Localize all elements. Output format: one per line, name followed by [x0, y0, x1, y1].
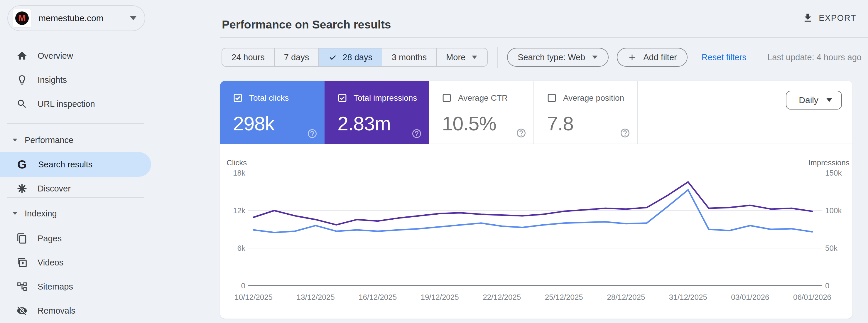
checkbox-unchecked-icon[interactable]: [442, 93, 452, 103]
sidebar-item-overview[interactable]: Overview: [0, 43, 151, 68]
svg-text:0: 0: [825, 281, 829, 290]
page-title: Performance on Search results: [222, 18, 391, 31]
metric-label: Total impressions: [353, 93, 417, 103]
svg-text:22/12/2025: 22/12/2025: [483, 293, 521, 301]
metric-tiles: Total clicks 298k Total impressions 2.83…: [220, 81, 852, 144]
plus-icon: [627, 53, 637, 62]
metric-tile-average-ctr[interactable]: Average CTR 10.5%: [429, 81, 533, 144]
help-icon[interactable]: [307, 128, 317, 139]
metric-tile-total-clicks[interactable]: Total clicks 298k: [220, 81, 324, 144]
home-icon: [17, 50, 28, 61]
sidebar-item-label: Overview: [37, 51, 73, 61]
export-button[interactable]: EXPORT: [802, 12, 856, 24]
pages-icon: [17, 233, 28, 244]
metric-label: Average CTR: [458, 93, 508, 103]
property-domain: memestube.com: [38, 13, 103, 23]
date-range-group: 24 hours 7 days 28 days 3 months More: [221, 48, 488, 67]
chip-more[interactable]: More: [436, 49, 487, 66]
chip-28-days[interactable]: 28 days: [318, 49, 382, 66]
svg-text:10/12/2025: 10/12/2025: [235, 293, 273, 301]
svg-text:0: 0: [241, 281, 245, 290]
svg-text:13/12/2025: 13/12/2025: [297, 293, 335, 301]
removals-icon: [17, 305, 28, 316]
sitemaps-icon: [17, 281, 28, 292]
add-filter-button[interactable]: Add filter: [617, 48, 687, 67]
tiles-filler: [638, 81, 852, 144]
chevron-down-icon: [12, 139, 17, 142]
svg-text:Impressions: Impressions: [808, 158, 849, 167]
lightbulb-icon: [17, 74, 28, 85]
chip-3-months[interactable]: 3 months: [382, 49, 436, 66]
sidebar-item-videos[interactable]: Videos: [0, 250, 151, 275]
svg-text:Clicks: Clicks: [226, 158, 247, 167]
checkbox-checked-icon[interactable]: [233, 93, 243, 103]
chevron-down-icon: [472, 56, 477, 59]
help-icon[interactable]: [620, 128, 630, 138]
sidebar-section-label: Indexing: [25, 209, 57, 218]
performance-chart: 18k150k12k100k6k50k00ClicksImpressions10…: [220, 153, 852, 317]
favicon-letter: M: [15, 11, 29, 25]
google-g-icon: G: [16, 158, 28, 171]
svg-text:25/12/2025: 25/12/2025: [545, 293, 583, 301]
sidebar-item-label: Discover: [37, 184, 71, 194]
svg-text:19/12/2025: 19/12/2025: [421, 293, 459, 301]
svg-text:18k: 18k: [233, 169, 246, 177]
granularity-dropdown[interactable]: Daily: [786, 91, 842, 110]
discover-icon: [17, 183, 28, 194]
checkbox-checked-icon[interactable]: [337, 93, 347, 103]
filters-toolbar: 24 hours 7 days 28 days 3 months More Se…: [221, 47, 862, 67]
sidebar-item-url-inspection[interactable]: URL inspection: [0, 92, 151, 116]
search-icon: [17, 98, 28, 110]
last-update-text: Last update: 4 hours ago: [767, 53, 862, 62]
export-label: EXPORT: [819, 13, 856, 23]
help-icon[interactable]: [411, 128, 422, 139]
sidebar-item-label: URL inspection: [37, 99, 95, 109]
svg-text:06/01/2026: 06/01/2026: [793, 293, 831, 301]
metric-tile-total-impressions[interactable]: Total impressions 2.83m: [324, 81, 429, 144]
chevron-down-icon: [827, 98, 832, 102]
sidebar-divider: [7, 197, 144, 198]
site-favicon: M: [12, 9, 31, 28]
sidebar-section-indexing[interactable]: Indexing: [0, 205, 151, 222]
sidebar-item-label: Insights: [37, 75, 67, 85]
videos-icon: [17, 257, 28, 268]
sidebar-section-label: Performance: [25, 135, 73, 145]
toolbar-separator: [497, 47, 498, 68]
sidebar-section-performance[interactable]: Performance: [0, 131, 151, 149]
sidebar-item-label: Videos: [37, 258, 63, 267]
chip-24-hours[interactable]: 24 hours: [222, 49, 274, 66]
chevron-down-icon: [592, 56, 597, 59]
help-icon[interactable]: [516, 128, 526, 138]
search-console-app: { "sidebar": { "property": { "domain": "…: [0, 0, 868, 323]
sidebar-item-label: Search results: [38, 160, 92, 170]
search-type-filter[interactable]: Search type: Web: [507, 48, 609, 67]
checkbox-unchecked-icon[interactable]: [547, 93, 557, 103]
svg-text:12k: 12k: [233, 206, 246, 215]
sidebar-item-pages[interactable]: Pages: [0, 226, 151, 251]
svg-text:16/12/2025: 16/12/2025: [359, 293, 397, 301]
svg-text:50k: 50k: [825, 244, 838, 253]
chip-7-days[interactable]: 7 days: [274, 49, 318, 66]
sidebar: M memestube.com Overview Insights URL in…: [0, 0, 164, 323]
property-selector[interactable]: M memestube.com: [7, 5, 145, 31]
header-divider: [220, 37, 868, 38]
reset-filters-link[interactable]: Reset filters: [702, 53, 746, 62]
svg-text:100k: 100k: [825, 206, 842, 215]
performance-chart-svg: 18k150k12k100k6k50k00ClicksImpressions10…: [220, 153, 852, 317]
sidebar-item-label: Removals: [37, 306, 75, 316]
svg-text:03/01/2026: 03/01/2026: [731, 293, 769, 301]
sidebar-item-search-results[interactable]: G Search results: [0, 152, 151, 177]
metric-label: Average position: [563, 93, 624, 103]
sidebar-item-label: Sitemaps: [37, 282, 73, 292]
svg-text:150k: 150k: [825, 169, 842, 177]
svg-text:31/12/2025: 31/12/2025: [669, 293, 707, 301]
metric-tile-average-position[interactable]: Average position 7.8: [533, 81, 638, 144]
check-icon: [328, 53, 337, 62]
sidebar-item-removals[interactable]: Removals: [0, 298, 151, 323]
sidebar-item-sitemaps[interactable]: Sitemaps: [0, 274, 151, 299]
chevron-down-icon: [12, 212, 17, 215]
svg-text:28/12/2025: 28/12/2025: [607, 293, 645, 301]
metric-label: Total clicks: [249, 93, 289, 103]
sidebar-item-insights[interactable]: Insights: [0, 67, 151, 92]
download-icon: [802, 12, 813, 24]
